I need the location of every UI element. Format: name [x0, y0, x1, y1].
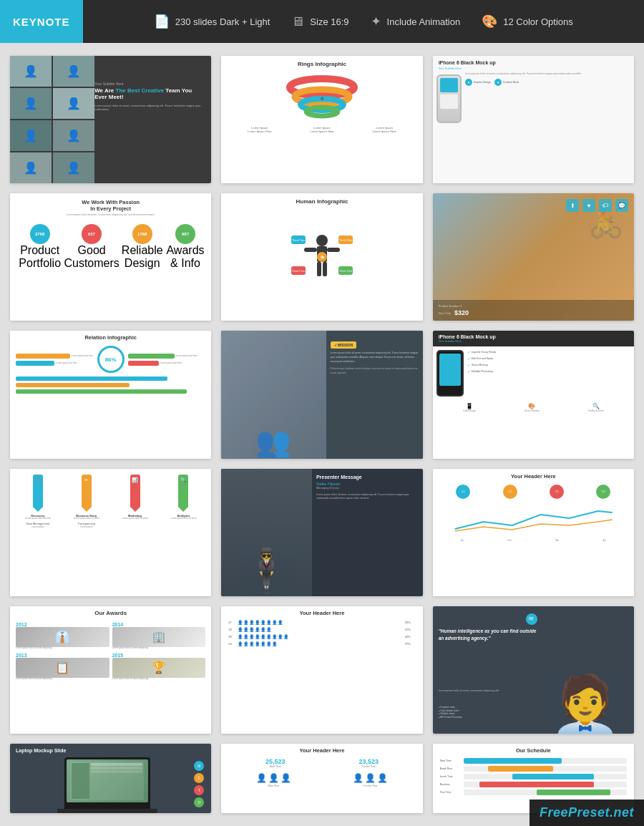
- graphic-design-icon: ✦: [465, 79, 472, 86]
- slide-4-stats: 2768 Product Portfolio 657 Good Customer…: [10, 218, 211, 273]
- slide-6-overlay: Product Number 3 Now Only $320: [433, 300, 634, 321]
- slide-6-action-icons: ⬆ ♥ 🏷 💬: [566, 199, 628, 212]
- slide-12[interactable]: Your Header Here C1 C2 C3 C4 Jan Feb Mar…: [433, 469, 634, 596]
- circle-dev: T: [194, 785, 204, 795]
- mission-badge: ✓ MISSION: [331, 341, 357, 349]
- iphone-mockup: [436, 74, 462, 123]
- slide-3-desc: Lorem ipsum dolor sit amet, consectetur …: [465, 72, 630, 123]
- slide-9-header: iPhone 6 Black Mock up Your Subtitle Her…: [433, 331, 634, 346]
- slide-12-labels: Jan Feb Mar Apr: [433, 538, 634, 543]
- slide-11-photo: 🕴: [221, 469, 312, 596]
- slide-1[interactable]: 👤 👤 👤 👤 👤 👤 👤 👤 Your Subtitle Here We Ar…: [10, 56, 211, 183]
- slide-15[interactable]: ✉ "Human intelligence as you can find ou…: [433, 606, 634, 734]
- slide-17[interactable]: Your Header Here 25,523 Male Rate 23,523…: [221, 744, 422, 813]
- people-table: 27 👤👤👤👤👤 👤👤👤 32% 19 👤👤👤👤 👤👤 47%: [221, 618, 422, 648]
- slide-6-price: $320: [454, 309, 469, 316]
- line-chart-svg: [440, 504, 627, 533]
- iphone-black-mockup: [436, 350, 464, 397]
- slide-12-circles: C1 C2 C3 C4: [433, 482, 634, 502]
- keynote-badge: KEYNOTE: [0, 0, 83, 43]
- stat-male: 25,523 Male Rate: [265, 758, 286, 768]
- people-row-4: 54 👤👤👤👤 👤👤👤 37%: [228, 641, 415, 646]
- slide-15-list: ▸ Footprint ready ▸ Fully editable slide…: [439, 706, 462, 719]
- feature-slides-label: 230 slides Dark + Light: [175, 16, 270, 27]
- slide-15-desc: Lorem ipsum dolor sit amet, consectetur …: [439, 689, 537, 693]
- award-2014: 2014 🏢 Lorem ipsum dolor sit amet adipis…: [112, 622, 206, 650]
- svg-text:★: ★: [319, 254, 324, 261]
- sched-row-5: Free Time: [440, 789, 627, 795]
- ribbon-col-1: 👓 Discovery Lorem ipsum dolor sit amet D…: [25, 475, 51, 529]
- team-member-5: 👤: [10, 120, 52, 151]
- slide-1-team-grid: 👤 👤 👤 👤 👤 👤 👤 👤: [10, 56, 94, 183]
- slide-12-title: Your Header Here: [433, 469, 634, 482]
- slide-4-title: We Work With PassionIn Every Project: [10, 193, 211, 212]
- sched-row-4: Business: [440, 782, 627, 787]
- rings-visual: 4: [221, 73, 422, 123]
- svg-rect-10: [323, 262, 327, 276]
- watermark: FreePreset.net: [530, 800, 644, 826]
- slide-10[interactable]: 👓 Discovery Lorem ipsum dolor sit amet D…: [10, 469, 211, 596]
- svg-text:Think Four: Think Four: [291, 269, 306, 273]
- tag-icon: 🏷: [599, 199, 612, 212]
- slide-2[interactable]: Rings Infographic 4 Lorem IpsumLorem Ips…: [221, 56, 422, 183]
- slide-16-title: Laptop Mockup Slide: [10, 744, 211, 755]
- slide-4[interactable]: We Work With PassionIn Every Project Lor…: [10, 193, 211, 321]
- slide-14[interactable]: Your Header Here 27 👤👤👤👤👤 👤👤👤 32% 19 👤👤👤…: [221, 606, 422, 734]
- team-member-8: 👤: [53, 152, 94, 183]
- heart-icon: ♥: [582, 199, 595, 212]
- slide-9[interactable]: iPhone 6 Black Mock up Your Subtitle Her…: [433, 331, 634, 458]
- svg-rect-8: [327, 248, 340, 252]
- slide-14-title: Your Header Here: [221, 606, 422, 618]
- slide-17-people-icons: 👤👤👤 Male Rate 👤👤👤 Female Rate: [221, 770, 422, 790]
- people-row-3: 38 👤👤👤👤👤👤 👤👤👤 42%: [228, 634, 415, 639]
- slide-9-features: ✓Layered Group Ready ✓Edit Text and Styl…: [467, 350, 496, 397]
- svg-text:Think Two: Think Two: [292, 238, 306, 242]
- people-row-2: 19 👤👤👤👤 👤👤 47%: [228, 627, 415, 632]
- circle-1: C1: [456, 485, 470, 499]
- award-2015: 2015 🏆 Lorem ipsum dolor sit amet adipis…: [112, 653, 206, 681]
- award-2014-img: 🏢: [112, 627, 206, 647]
- award-2012-img: 👔: [16, 627, 109, 647]
- human-svg: Think Two Think One Think Four Think Fiv…: [290, 232, 354, 289]
- slide-2-title: Rings Infographic: [221, 56, 422, 67]
- circle-3: C3: [550, 485, 564, 499]
- header-features: 📄 230 slides Dark + Light 🖥 Size 16:9 ✦ …: [83, 14, 644, 29]
- awards-grid: 2012 👔 Lorem ipsum dolor sit amet adipis…: [10, 620, 211, 683]
- header: KEYNOTE 📄 230 slides Dark + Light 🖥 Size…: [0, 0, 644, 43]
- colors-icon: 🎨: [482, 14, 497, 29]
- animation-icon: ✦: [371, 14, 381, 29]
- slide-13[interactable]: Our Awards 2012 👔 Lorem ipsum dolor sit …: [10, 606, 211, 734]
- slide-16[interactable]: Laptop Mockup Slide: [10, 744, 211, 813]
- mission-text: Lorem ipsum dolor sit amet, consectetur …: [331, 351, 419, 364]
- svg-text:Think One: Think One: [339, 238, 353, 242]
- people-group-1: 👤👤👤 Male Rate: [256, 773, 291, 787]
- slide-15-quote: "Human intelligence as you can find outs…: [439, 628, 537, 642]
- circle-2: C2: [503, 485, 517, 499]
- feature-colors: 🎨 12 Color Options: [482, 14, 573, 29]
- slide-7-title: Relation Infographic: [10, 331, 211, 342]
- award-2012: 2012 👔 Lorem ipsum dolor sit amet adipis…: [16, 622, 109, 650]
- slide-9-title: iPhone 6 Black Mock up: [439, 334, 628, 339]
- sched-row-2: Break Rest: [440, 766, 627, 772]
- circle-other: O: [194, 797, 204, 807]
- team-member-2: 👤: [53, 56, 94, 87]
- team-member-6: 👤: [53, 120, 94, 151]
- slide-3[interactable]: iPhone 6 Black Mock up Your Subtitle Her…: [433, 56, 634, 183]
- slide-12-line-chart: [433, 502, 634, 538]
- slide-9-actions: 📱Credit Design 🎨Device Mockup 🔍Findlay S…: [433, 400, 634, 415]
- svg-point-5: [316, 235, 328, 246]
- size-icon: 🖥: [291, 14, 304, 29]
- slide-5[interactable]: Human Infographic Think Two: [221, 193, 422, 321]
- svg-rect-7: [304, 248, 317, 252]
- slide-6-product-label: Product Number 3: [439, 304, 628, 308]
- slide-11[interactable]: 🕴 Presenter Message Stefan Filipovic Man…: [221, 469, 422, 596]
- ring-labels: Lorem IpsumLorem Ipsum Here Lorem IpsumL…: [221, 126, 422, 133]
- feature-size: 🖥 Size 16:9: [291, 14, 348, 29]
- comment-icon: 💬: [615, 199, 628, 212]
- slide-8-content: ✓ MISSION Lorem ipsum dolor sit amet, co…: [326, 331, 423, 458]
- slide-8[interactable]: 👥 ✓ MISSION Lorem ipsum dolor sit amet, …: [221, 331, 422, 458]
- slide-6-price-row: Now Only $320: [439, 309, 628, 316]
- slide-7[interactable]: Relation Infographic Lorem ipsum text he…: [10, 331, 211, 458]
- slide-6[interactable]: 🚴 ⬆ ♥ 🏷 💬 Product Number 3 Now Only $320: [433, 193, 634, 321]
- slide-16-circles: M D T O: [194, 761, 204, 807]
